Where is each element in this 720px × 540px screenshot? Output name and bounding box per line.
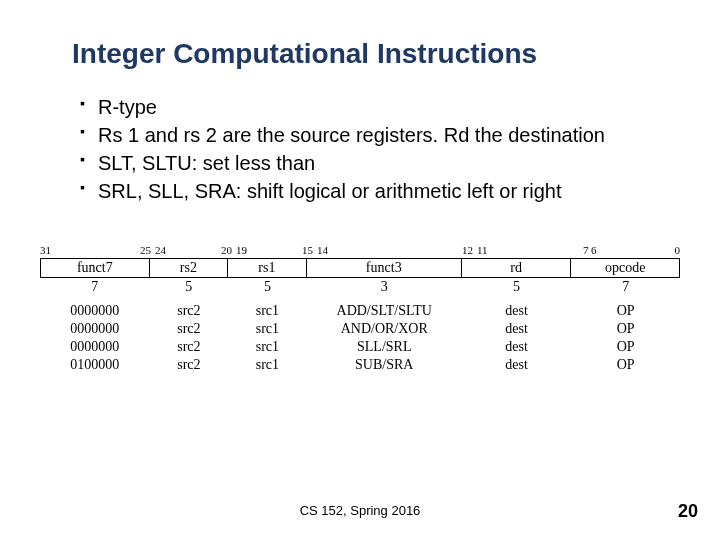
cell-funct3: ADD/SLT/SLTU bbox=[307, 302, 462, 320]
field-rs1: rs1 bbox=[228, 258, 307, 278]
cell-rs1: src1 bbox=[228, 356, 307, 374]
field-opcode: opcode bbox=[571, 258, 680, 278]
cell-funct3: SUB/SRA bbox=[307, 356, 462, 374]
cell-rd: dest bbox=[462, 302, 572, 320]
bullet-item: SRL, SLL, SRA: shift logical or arithmet… bbox=[80, 178, 660, 204]
field-rd: rd bbox=[462, 258, 572, 278]
width-opcode: 7 bbox=[571, 278, 680, 296]
field-funct7: funct7 bbox=[40, 258, 150, 278]
width-rs2: 5 bbox=[150, 278, 229, 296]
bit-label: 19 bbox=[236, 244, 247, 256]
cell-rs1: src1 bbox=[228, 302, 307, 320]
instruction-format-diagram: 31 25 24 20 19 15 14 12 11 7 6 0 funct7 … bbox=[20, 244, 700, 374]
field-row: funct7 rs2 rs1 funct3 rd opcode bbox=[40, 258, 680, 278]
cell-rd: dest bbox=[462, 338, 572, 356]
cell-rd: dest bbox=[462, 320, 572, 338]
slide: Integer Computational Instructions R-typ… bbox=[0, 0, 720, 540]
bullet-list: R-type Rs 1 and rs 2 are the source regi… bbox=[80, 94, 660, 204]
width-rd: 5 bbox=[462, 278, 572, 296]
bit-label: 14 bbox=[317, 244, 328, 256]
field-funct3: funct3 bbox=[307, 258, 462, 278]
cell-rs2: src2 bbox=[150, 302, 229, 320]
bit-label: 12 bbox=[462, 244, 473, 256]
bit-label: 11 bbox=[477, 244, 488, 256]
width-funct3: 3 bbox=[307, 278, 462, 296]
cell-funct3: SLL/SRL bbox=[307, 338, 462, 356]
cell-opcode: OP bbox=[571, 338, 680, 356]
cell-rd: dest bbox=[462, 356, 572, 374]
bit-label: 25 bbox=[140, 244, 151, 256]
cell-opcode: OP bbox=[571, 302, 680, 320]
bit-label: 15 bbox=[302, 244, 313, 256]
encoding-row: 0000000 src2 src1 AND/OR/XOR dest OP bbox=[40, 320, 680, 338]
bit-label: 24 bbox=[155, 244, 166, 256]
bit-label: 0 bbox=[675, 244, 681, 256]
cell-rs1: src1 bbox=[228, 338, 307, 356]
encoding-row: 0000000 src2 src1 SLL/SRL dest OP bbox=[40, 338, 680, 356]
width-row: 7 5 5 3 5 7 bbox=[40, 278, 680, 296]
cell-opcode: OP bbox=[571, 356, 680, 374]
cell-rs2: src2 bbox=[150, 356, 229, 374]
bit-number-row: 31 25 24 20 19 15 14 12 11 7 6 0 bbox=[40, 244, 680, 258]
page-number: 20 bbox=[678, 501, 698, 522]
cell-funct7: 0000000 bbox=[40, 338, 150, 356]
bit-label: 20 bbox=[221, 244, 232, 256]
width-rs1: 5 bbox=[228, 278, 307, 296]
cell-rs1: src1 bbox=[228, 320, 307, 338]
cell-opcode: OP bbox=[571, 320, 680, 338]
slide-title: Integer Computational Instructions bbox=[72, 38, 660, 70]
width-funct7: 7 bbox=[40, 278, 150, 296]
cell-funct7: 0000000 bbox=[40, 302, 150, 320]
bullet-item: Rs 1 and rs 2 are the source registers. … bbox=[80, 122, 660, 148]
bullet-item: R-type bbox=[80, 94, 660, 120]
field-rs2: rs2 bbox=[150, 258, 229, 278]
bit-label: 7 bbox=[583, 244, 589, 256]
cell-rs2: src2 bbox=[150, 338, 229, 356]
cell-funct7: 0100000 bbox=[40, 356, 150, 374]
cell-funct3: AND/OR/XOR bbox=[307, 320, 462, 338]
cell-rs2: src2 bbox=[150, 320, 229, 338]
footer-text: CS 152, Spring 2016 bbox=[0, 503, 720, 518]
bit-label: 31 bbox=[40, 244, 51, 256]
encoding-row: 0000000 src2 src1 ADD/SLT/SLTU dest OP bbox=[40, 302, 680, 320]
encoding-row: 0100000 src2 src1 SUB/SRA dest OP bbox=[40, 356, 680, 374]
cell-funct7: 0000000 bbox=[40, 320, 150, 338]
bullet-item: SLT, SLTU: set less than bbox=[80, 150, 660, 176]
bit-label: 6 bbox=[591, 244, 597, 256]
